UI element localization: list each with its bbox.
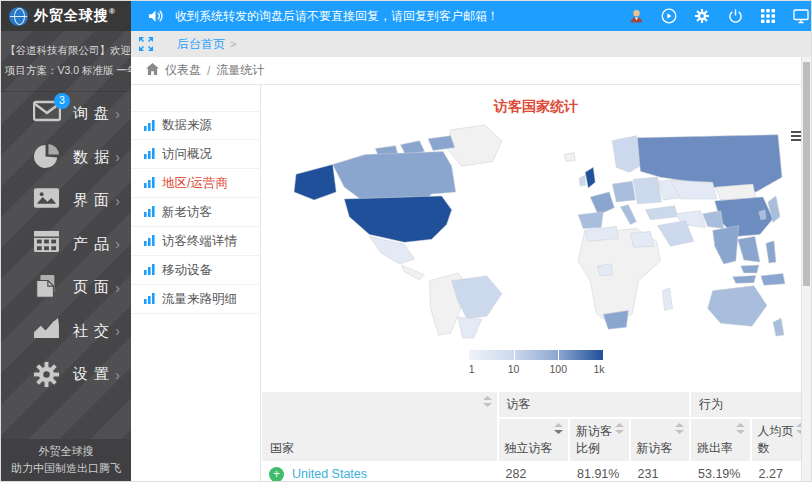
col-header-country[interactable]: 国家 (261, 391, 498, 462)
sidebar-item-data[interactable]: 数据 › (1, 135, 131, 179)
submenu-item-new-old-visitors[interactable]: 新老访客 (131, 198, 260, 227)
chart-title: 访客国家统计 (261, 98, 811, 116)
bar-chart-icon (144, 120, 156, 132)
sort-icon-active-desc[interactable] (554, 423, 563, 437)
map-legend: 1 10 100 1k (469, 350, 603, 376)
col-header-new-visitors[interactable]: 新访客 (630, 418, 691, 462)
submenu-item-terminal-details[interactable]: 访客终端详情 (131, 227, 260, 256)
globe-logo-icon (9, 7, 28, 26)
sidebar-item-social[interactable]: 社交 › (1, 309, 131, 353)
legend-gradient-bar (469, 350, 603, 360)
play-circle-icon[interactable] (661, 8, 677, 24)
vertical-scrollbar[interactable] (801, 57, 811, 482)
country-link[interactable]: United States (292, 467, 367, 481)
tab-bar: 后台首页 > (131, 31, 811, 57)
sidebar-item-products[interactable]: 产品 › (1, 222, 131, 266)
product-grid-icon (33, 230, 63, 258)
breadcrumb-section[interactable]: 仪表盘 (165, 62, 201, 79)
map-philippines (766, 241, 776, 263)
submenu-item-visit-overview[interactable]: 访问概况 (131, 140, 260, 169)
cell-new-visitor-ratio: 81.91% (569, 462, 630, 482)
expand-row-button[interactable]: + (269, 467, 284, 482)
legend-tick: 1 (469, 363, 475, 375)
map-united-states (344, 196, 451, 242)
chevron-right-icon: › (115, 236, 120, 252)
sidebar-item-settings[interactable]: 设置 › (1, 353, 131, 397)
map-madagascar (663, 288, 673, 311)
sidebar-item-pages[interactable]: 页面 › (1, 266, 131, 310)
map-spain (578, 212, 603, 229)
map-iceland (564, 153, 575, 162)
sort-icon[interactable] (615, 423, 624, 437)
map-central-america (401, 265, 424, 280)
cell-new-visitors: 231 (630, 462, 691, 482)
sort-icon[interactable] (736, 423, 745, 437)
breadcrumb: 仪表盘 / 流量统计 (131, 57, 811, 85)
map-greenland (447, 125, 502, 166)
col-header-new-visitor-ratio[interactable]: 新访客比例 (569, 418, 630, 462)
gear-icon[interactable] (694, 8, 710, 24)
registered-mark: ® (109, 7, 116, 16)
submenu-item-data-source[interactable]: 数据来源 (131, 111, 260, 140)
chevron-right-icon: › (115, 280, 120, 296)
map-indonesia-east (761, 273, 785, 285)
sidebar-footer: 外贸全球搜 助力中国制造出口腾飞 (1, 439, 131, 482)
tab-separator: > (230, 38, 236, 50)
col-header-unique-visitors[interactable]: 独立访客 (498, 418, 570, 462)
tab-backend-home[interactable]: 后台首页 (177, 36, 225, 53)
map-north-africa (584, 227, 618, 242)
sidebar-item-inquiry[interactable]: 3 询盘 › (1, 92, 131, 136)
bar-chart-icon (144, 264, 156, 276)
fullscreen-expand-icon[interactable] (131, 31, 161, 57)
app-window: 外贸全球搜® 收到系统转发的询盘后请不要直接回复，请回复到客户邮箱！ (0, 0, 812, 482)
map-germany (612, 181, 635, 202)
legend-tick: 100 (549, 363, 567, 375)
group-header-visitors: 访客 (498, 391, 691, 418)
submenu-item-region-operator[interactable]: 地区/运营商 (131, 169, 260, 198)
monitor-icon[interactable] (793, 8, 809, 24)
sort-icon[interactable] (483, 396, 492, 410)
submenu-item-mobile-devices[interactable]: 移动设备 (131, 256, 260, 285)
map-eastern-europe (633, 177, 661, 204)
map-mongolia (716, 184, 756, 200)
group-header-behavior: 行为 (690, 391, 811, 418)
image-icon (33, 187, 63, 215)
welcome-text: 【谷道科技有限公司】欢迎您! (5, 40, 127, 60)
chevron-right-icon: › (115, 193, 120, 209)
map-scandinavia (612, 136, 641, 173)
announcement-text: 收到系统转发的询盘后请不要直接回复，请回复到客户邮箱！ (175, 8, 499, 25)
settings-gear-icon (33, 361, 63, 389)
cell-unique-visitors: 282 (498, 462, 570, 482)
map-alaska (294, 164, 336, 200)
logo[interactable]: 外贸全球搜® (1, 1, 131, 31)
footer-brand: 外贸全球搜 (1, 443, 131, 461)
chevron-right-icon: › (115, 367, 120, 383)
sidebar-item-interface[interactable]: 界面 › (1, 179, 131, 223)
map-australia (708, 286, 767, 326)
power-icon[interactable] (727, 8, 743, 24)
submenu-item-traffic-sources[interactable]: 流量来路明细 (131, 285, 260, 314)
map-france (590, 192, 614, 215)
top-header: 外贸全球搜® 收到系统转发的询盘后请不要直接回复，请回复到客户邮箱！ (1, 1, 811, 31)
map-vietnam-thailand (738, 236, 760, 262)
breadcrumb-page: 流量统计 (216, 62, 264, 79)
country-stats-table: 国家 访客 行为 独立访客 (261, 391, 811, 482)
user-avatar[interactable] (628, 8, 644, 24)
cell-bounce-rate: 53.19% (690, 462, 751, 482)
account-info: 【谷道科技有限公司】欢迎您! 项目方案：V3.0 标准版 一年 (1, 31, 131, 92)
scrollbar-thumb[interactable] (803, 62, 810, 286)
chevron-right-icon: › (115, 323, 120, 339)
apps-grid-icon[interactable] (760, 8, 776, 24)
col-header-bounce-rate[interactable]: 跳出率 (690, 418, 751, 462)
map-indonesia (733, 275, 756, 283)
pages-icon (33, 274, 63, 302)
sort-icon[interactable] (675, 423, 684, 437)
main-sidebar: 【谷道科技有限公司】欢迎您! 项目方案：V3.0 标准版 一年 3 询盘 › 数… (1, 31, 131, 482)
plan-text: 项目方案：V3.0 标准版 一年 (5, 60, 127, 80)
map-united-kingdom (585, 167, 595, 188)
map-india (713, 226, 739, 264)
footer-slogan: 助力中国制造出口腾飞 (1, 460, 131, 478)
pie-chart-icon (33, 143, 63, 171)
choropleth-map[interactable] (285, 119, 787, 341)
map-argentina (458, 317, 482, 338)
